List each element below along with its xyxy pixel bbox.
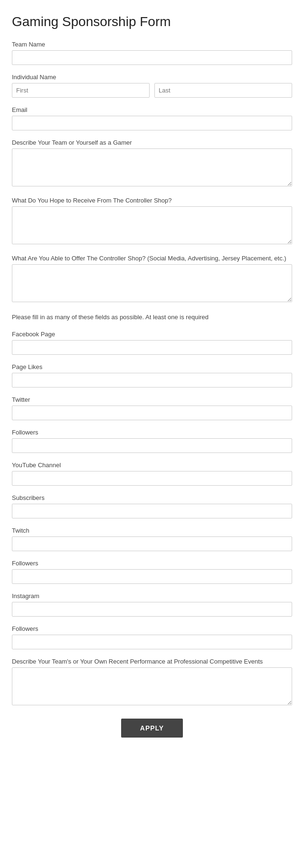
team-name-group: Team Name [12,41,292,65]
twitter-input[interactable] [12,406,292,420]
hope-label: What Do You Hope to Receive From The Con… [12,197,292,204]
page-title: Gaming Sponsorship Form [12,14,292,29]
email-label: Email [12,106,292,113]
twitch-label: Twitch [12,527,292,534]
youtube-group: YouTube Channel [12,462,292,486]
email-group: Email [12,106,292,130]
youtube-input[interactable] [12,471,292,486]
facebook-group: Facebook Page [12,331,292,355]
instagram-followers-group: Followers [12,625,292,649]
performance-label: Describe Your Team's or Your Own Recent … [12,658,292,665]
first-name-input[interactable] [12,83,150,98]
individual-name-label: Individual Name [12,74,292,81]
offer-group: What Are You Able to Offer The Controlle… [12,255,292,304]
twitch-group: Twitch [12,527,292,551]
twitter-followers-input[interactable] [12,438,292,453]
instagram-input[interactable] [12,602,292,617]
twitch-followers-input[interactable] [12,569,292,584]
page-likes-group: Page Likes [12,363,292,388]
performance-textarea[interactable] [12,667,292,705]
performance-group: Describe Your Team's or Your Own Recent … [12,658,292,707]
hope-group: What Do You Hope to Receive From The Con… [12,197,292,246]
individual-name-group: Individual Name [12,74,292,98]
last-name-input[interactable] [154,83,292,98]
instagram-followers-label: Followers [12,625,292,632]
facebook-label: Facebook Page [12,331,292,338]
team-name-label: Team Name [12,41,292,48]
describe-group: Describe Your Team or Yourself as a Game… [12,139,292,188]
subscribers-label: Subscribers [12,494,292,501]
page-likes-input[interactable] [12,373,292,388]
describe-textarea[interactable] [12,148,292,186]
offer-label: What Are You Able to Offer The Controlle… [12,255,292,262]
subscribers-group: Subscribers [12,494,292,518]
email-input[interactable] [12,116,292,130]
team-name-input[interactable] [12,50,292,65]
apply-button[interactable]: APPLY [121,719,183,738]
youtube-label: YouTube Channel [12,462,292,469]
instagram-group: Instagram [12,592,292,617]
twitch-followers-label: Followers [12,560,292,567]
section-note: Please fill in as many of these fields a… [12,313,292,322]
instagram-label: Instagram [12,592,292,600]
facebook-input[interactable] [12,340,292,355]
hope-textarea[interactable] [12,206,292,244]
page-likes-label: Page Likes [12,363,292,370]
describe-label: Describe Your Team or Yourself as a Game… [12,139,292,146]
subscribers-input[interactable] [12,504,292,518]
twitch-input[interactable] [12,536,292,551]
twitter-followers-group: Followers [12,429,292,453]
offer-textarea[interactable] [12,264,292,302]
twitter-label: Twitter [12,396,292,403]
twitter-followers-label: Followers [12,429,292,436]
twitch-followers-group: Followers [12,560,292,584]
instagram-followers-input[interactable] [12,635,292,649]
twitter-group: Twitter [12,396,292,420]
